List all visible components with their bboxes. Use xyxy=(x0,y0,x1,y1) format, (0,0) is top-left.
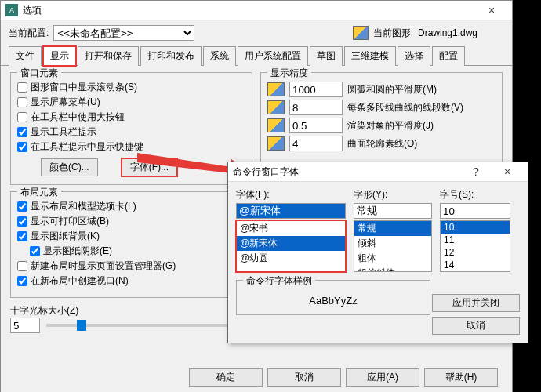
font-input[interactable] xyxy=(236,203,346,219)
tab-draft[interactable]: 草图 xyxy=(310,46,343,66)
contour-lines-input[interactable] xyxy=(289,136,343,151)
group-display-precision: 显示精度 圆弧和圆的平滑度(M) 每条多段线曲线的线段数(V) 渲染对象的平滑度… xyxy=(260,72,503,162)
chk-printable-area[interactable] xyxy=(17,216,27,227)
tab-bar: 文件 显示 打开和保存 打印和发布 系统 用户系统配置 草图 三维建模 选择 配… xyxy=(1,45,512,66)
help-icon[interactable]: ? xyxy=(460,165,492,178)
chk-paper-shadow[interactable] xyxy=(30,246,40,256)
list-item[interactable]: @幼圆 xyxy=(237,251,345,266)
drawing-icon xyxy=(267,136,285,151)
chk-layout-tabs[interactable] xyxy=(17,201,27,212)
ok-button[interactable]: 确定 xyxy=(189,368,263,387)
colors-button[interactable]: 颜色(C)... xyxy=(41,158,98,176)
list-item[interactable]: 14 xyxy=(441,259,510,271)
style-input[interactable] xyxy=(354,203,432,219)
drawing-icon xyxy=(267,100,285,114)
size-label: 字号(S): xyxy=(440,188,510,201)
titlebar: 命令行窗口字体 ? × xyxy=(228,162,528,182)
dialog-title: 命令行窗口字体 xyxy=(233,165,460,179)
style-label: 字形(Y): xyxy=(354,188,432,201)
sample-legend: 命令行字体样例 xyxy=(243,274,315,288)
drawing-icon xyxy=(353,26,369,40)
titlebar: A 选项 × xyxy=(1,1,512,20)
list-item[interactable]: @新宋体 xyxy=(237,236,345,251)
drawing-label: 当前图形: xyxy=(373,27,413,40)
tab-system[interactable]: 系统 xyxy=(203,46,236,66)
list-item[interactable]: 倾斜 xyxy=(354,236,431,251)
chk-create-viewport[interactable] xyxy=(17,276,27,286)
cancel-button[interactable]: 取消 xyxy=(432,317,520,335)
chk-paper-bg[interactable] xyxy=(17,231,27,241)
help-button[interactable]: 帮助(H) xyxy=(424,368,498,387)
chk-large-buttons[interactable] xyxy=(17,112,27,122)
legend: 显示精度 xyxy=(267,67,311,80)
list-item[interactable]: 常规 xyxy=(354,221,431,236)
config-select[interactable]: <<未命名配置>> xyxy=(53,25,194,41)
chk-screen-menu[interactable] xyxy=(17,97,27,107)
list-item[interactable]: @宋书 xyxy=(237,221,345,236)
cancel-button[interactable]: 取消 xyxy=(267,368,341,387)
drawing-icon xyxy=(267,82,285,96)
list-item[interactable]: 粗体 xyxy=(354,251,431,266)
chk-shortcuts[interactable] xyxy=(17,142,27,152)
close-icon[interactable]: × xyxy=(492,165,523,178)
arc-smooth-input[interactable] xyxy=(289,82,343,97)
dialog-title: 选项 xyxy=(23,4,476,17)
sample-text: AaBbYyZz xyxy=(309,295,357,307)
group-layout-elements: 布局元素 显示布局和模型选项卡(L) 显示可打印区域(B) 显示图纸背景(K) … xyxy=(10,191,252,298)
chk-scrollbars[interactable] xyxy=(17,82,27,93)
list-item[interactable]: 11 xyxy=(441,234,510,246)
tab-open-save[interactable]: 打开和保存 xyxy=(78,46,139,66)
legend: 布局元素 xyxy=(17,186,61,199)
tab-file[interactable]: 文件 xyxy=(9,46,42,66)
list-item[interactable]: 12 xyxy=(441,246,510,259)
size-input[interactable] xyxy=(440,203,510,219)
chk-page-setup[interactable] xyxy=(17,261,27,271)
chk-tooltips[interactable] xyxy=(17,127,27,137)
crosshair-slider[interactable] xyxy=(46,324,252,327)
render-smooth-input[interactable] xyxy=(289,118,343,133)
sample-box: 命令行字体样例 AaBbYyZz xyxy=(236,280,430,315)
drawing-icon xyxy=(267,118,285,132)
tab-display[interactable]: 显示 xyxy=(43,46,76,66)
font-dialog: 命令行窗口字体 ? × 字体(F): @宋书 @新宋体 @幼圆 字形(Y): 常… xyxy=(227,162,528,343)
config-label: 当前配置: xyxy=(9,27,49,40)
polyline-seg-input[interactable] xyxy=(289,100,343,115)
tab-print[interactable]: 打印和发布 xyxy=(140,46,202,66)
font-label: 字体(F): xyxy=(236,188,346,201)
list-item[interactable]: 粗偏斜体 xyxy=(354,266,431,272)
app-icon: A xyxy=(5,4,18,16)
dialog-buttons: 确定 取消 应用(A) 帮助(H) xyxy=(189,368,498,387)
style-listbox[interactable]: 常规 倾斜 粗体 粗偏斜体 xyxy=(354,220,432,272)
size-listbox[interactable]: 10 11 12 14 xyxy=(440,220,510,272)
tab-select[interactable]: 选择 xyxy=(398,46,430,66)
crosshair-input[interactable] xyxy=(10,318,40,333)
tab-profile[interactable]: 配置 xyxy=(432,46,465,66)
config-row: 当前配置: <<未命名配置>> 当前图形: Drawing1.dwg xyxy=(1,20,512,45)
list-item[interactable]: 10 xyxy=(441,221,510,234)
apply-close-button[interactable]: 应用并关闭 xyxy=(432,294,520,312)
drawing-value: Drawing1.dwg xyxy=(418,27,504,38)
apply-button[interactable]: 应用(A) xyxy=(346,368,419,387)
tab-3d[interactable]: 三维建模 xyxy=(344,46,396,66)
tab-user[interactable]: 用户系统配置 xyxy=(238,46,308,66)
crosshair-size: 十字光标大小(Z) xyxy=(10,304,252,333)
font-listbox[interactable]: @宋书 @新宋体 @幼圆 xyxy=(236,220,346,272)
close-icon[interactable]: × xyxy=(476,4,507,16)
legend: 窗口元素 xyxy=(17,67,61,80)
